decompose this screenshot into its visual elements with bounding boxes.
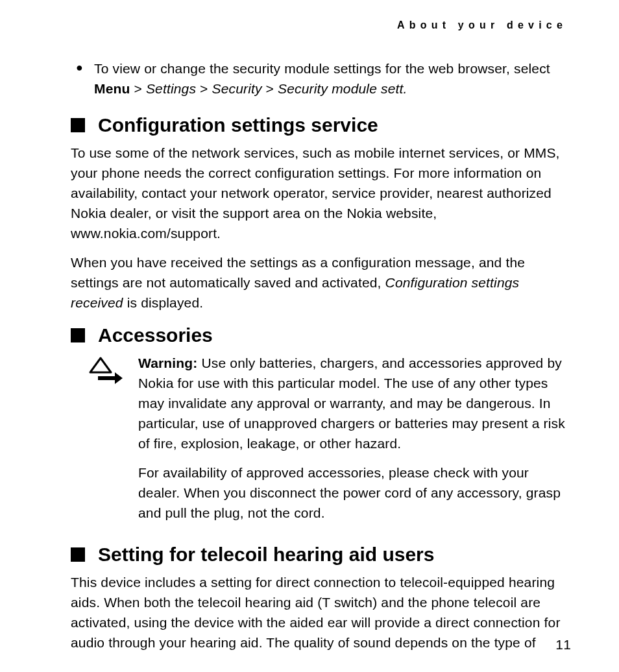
text-run: is displayed. xyxy=(123,295,204,310)
square-bullet-icon xyxy=(71,328,85,342)
warning-icon-column xyxy=(71,353,123,532)
page-number: 11 xyxy=(555,637,571,653)
breadcrumb-sep: > xyxy=(130,81,145,96)
bullet-item: ● To view or change the security module … xyxy=(71,58,571,99)
warning-paragraph: For availability of approved accessories… xyxy=(138,462,571,523)
breadcrumb-security-module: Security module sett. xyxy=(278,81,407,96)
heading-text: Accessories xyxy=(98,324,213,346)
bullet-text: To view or change the security module se… xyxy=(94,58,571,99)
heading-telecoil: Setting for telecoil hearing aid users xyxy=(71,544,571,566)
bullet-marker: ● xyxy=(71,58,94,99)
warning-label: Warning: xyxy=(138,355,197,370)
breadcrumb-sep: > xyxy=(196,81,212,96)
square-bullet-icon xyxy=(71,547,85,562)
square-bullet-icon xyxy=(71,118,85,132)
bullet-pre: To view or change the security module se… xyxy=(94,61,550,76)
breadcrumb-menu: Menu xyxy=(94,81,130,96)
warning-block: Warning: Use only batteries, chargers, a… xyxy=(71,353,571,532)
heading-text: Configuration settings service xyxy=(98,114,378,136)
warning-body: Use only batteries, chargers, and access… xyxy=(138,355,565,451)
body-paragraph: This device includes a setting for direc… xyxy=(71,572,571,653)
breadcrumb-sep: > xyxy=(262,81,278,96)
heading-accessories: Accessories xyxy=(71,324,571,346)
body-paragraph: When you have received the settings as a… xyxy=(71,252,571,313)
heading-configuration-settings-service: Configuration settings service xyxy=(71,114,571,136)
warning-arrow-icon xyxy=(89,376,123,387)
warning-paragraph: Warning: Use only batteries, chargers, a… xyxy=(138,353,571,453)
warning-text-column: Warning: Use only batteries, chargers, a… xyxy=(138,353,571,532)
heading-text: Setting for telecoil hearing aid users xyxy=(98,544,434,566)
document-page: About your device ● To view or change th… xyxy=(0,0,619,672)
breadcrumb-security: Security xyxy=(212,81,261,96)
body-paragraph: To use some of the network services, suc… xyxy=(71,143,571,243)
running-head: About your device xyxy=(71,19,571,31)
breadcrumb-settings: Settings xyxy=(146,81,196,96)
